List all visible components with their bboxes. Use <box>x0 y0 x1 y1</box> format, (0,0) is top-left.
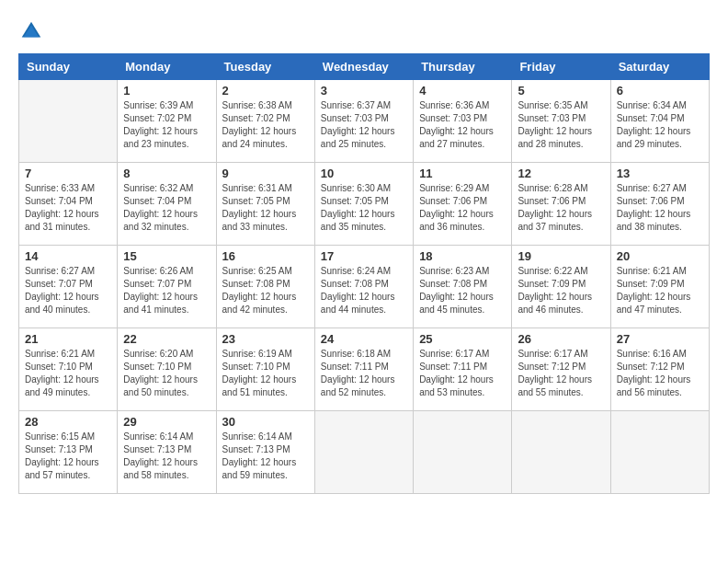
calendar-cell: 13Sunrise: 6:27 AMSunset: 7:06 PMDayligh… <box>610 163 709 246</box>
day-info: Sunrise: 6:27 AMSunset: 7:06 PMDaylight:… <box>617 182 703 234</box>
day-number: 11 <box>419 167 506 180</box>
calendar-cell: 19Sunrise: 6:22 AMSunset: 7:09 PMDayligh… <box>512 246 610 328</box>
calendar-cell: 25Sunrise: 6:17 AMSunset: 7:11 PMDayligh… <box>414 328 512 411</box>
calendar-cell: 27Sunrise: 6:16 AMSunset: 7:12 PMDayligh… <box>610 328 709 411</box>
day-number: 17 <box>321 249 407 263</box>
day-number: 25 <box>419 332 506 346</box>
day-number: 1 <box>123 84 210 98</box>
day-number: 28 <box>25 415 111 429</box>
day-info: Sunrise: 6:14 AMSunset: 7:13 PMDaylight:… <box>123 431 210 482</box>
day-info: Sunrise: 6:31 AMSunset: 7:05 PMDaylight:… <box>222 182 309 234</box>
day-number: 29 <box>123 415 210 429</box>
day-info: Sunrise: 6:32 AMSunset: 7:04 PMDaylight:… <box>123 182 210 234</box>
calendar-cell: 20Sunrise: 6:21 AMSunset: 7:09 PMDayligh… <box>610 246 709 328</box>
day-number: 18 <box>419 249 506 263</box>
calendar-cell <box>512 411 610 494</box>
calendar-cell: 4Sunrise: 6:36 AMSunset: 7:03 PMDaylight… <box>414 80 512 163</box>
day-info: Sunrise: 6:22 AMSunset: 7:09 PMDaylight:… <box>518 265 604 316</box>
day-info: Sunrise: 6:23 AMSunset: 7:08 PMDaylight:… <box>419 265 506 316</box>
calendar-cell: 24Sunrise: 6:18 AMSunset: 7:11 PMDayligh… <box>314 328 413 411</box>
day-number: 10 <box>321 167 407 180</box>
calendar-cell: 2Sunrise: 6:38 AMSunset: 7:02 PMDaylight… <box>216 80 314 163</box>
day-number: 30 <box>222 415 309 429</box>
calendar-cell: 28Sunrise: 6:15 AMSunset: 7:13 PMDayligh… <box>19 411 118 494</box>
day-info: Sunrise: 6:21 AMSunset: 7:09 PMDaylight:… <box>617 265 703 316</box>
day-number: 2 <box>222 84 309 98</box>
col-header-saturday: Saturday <box>610 54 709 80</box>
day-info: Sunrise: 6:14 AMSunset: 7:13 PMDaylight:… <box>222 431 309 482</box>
day-number: 21 <box>25 332 111 346</box>
calendar-cell: 7Sunrise: 6:33 AMSunset: 7:04 PMDaylight… <box>19 163 118 246</box>
day-info: Sunrise: 6:18 AMSunset: 7:11 PMDaylight:… <box>321 348 407 399</box>
day-number: 24 <box>321 332 407 346</box>
col-header-friday: Friday <box>512 54 610 80</box>
calendar: SundayMondayTuesdayWednesdayThursdayFrid… <box>18 53 710 494</box>
logo <box>18 18 48 44</box>
col-header-sunday: Sunday <box>19 54 118 80</box>
day-number: 27 <box>617 332 703 346</box>
calendar-cell: 12Sunrise: 6:28 AMSunset: 7:06 PMDayligh… <box>512 163 610 246</box>
col-header-wednesday: Wednesday <box>314 54 413 80</box>
week-row-1: 1Sunrise: 6:39 AMSunset: 7:02 PMDaylight… <box>19 80 710 163</box>
calendar-cell: 3Sunrise: 6:37 AMSunset: 7:03 PMDaylight… <box>314 80 413 163</box>
calendar-cell <box>19 80 118 163</box>
calendar-cell: 26Sunrise: 6:17 AMSunset: 7:12 PMDayligh… <box>512 328 610 411</box>
calendar-cell <box>314 411 413 494</box>
day-info: Sunrise: 6:27 AMSunset: 7:07 PMDaylight:… <box>25 265 111 316</box>
day-info: Sunrise: 6:30 AMSunset: 7:05 PMDaylight:… <box>321 182 407 234</box>
day-info: Sunrise: 6:38 AMSunset: 7:02 PMDaylight:… <box>222 99 309 151</box>
logo-icon <box>18 18 44 44</box>
page-header <box>18 18 710 44</box>
calendar-cell: 11Sunrise: 6:29 AMSunset: 7:06 PMDayligh… <box>414 163 512 246</box>
calendar-cell <box>414 411 512 494</box>
day-info: Sunrise: 6:36 AMSunset: 7:03 PMDaylight:… <box>419 99 506 151</box>
day-info: Sunrise: 6:17 AMSunset: 7:12 PMDaylight:… <box>518 348 604 399</box>
week-row-3: 14Sunrise: 6:27 AMSunset: 7:07 PMDayligh… <box>19 246 710 328</box>
calendar-cell: 29Sunrise: 6:14 AMSunset: 7:13 PMDayligh… <box>118 411 216 494</box>
day-info: Sunrise: 6:28 AMSunset: 7:06 PMDaylight:… <box>518 182 604 234</box>
calendar-cell: 14Sunrise: 6:27 AMSunset: 7:07 PMDayligh… <box>19 246 118 328</box>
calendar-cell: 16Sunrise: 6:25 AMSunset: 7:08 PMDayligh… <box>216 246 314 328</box>
calendar-cell: 18Sunrise: 6:23 AMSunset: 7:08 PMDayligh… <box>414 246 512 328</box>
day-info: Sunrise: 6:29 AMSunset: 7:06 PMDaylight:… <box>419 182 506 234</box>
day-info: Sunrise: 6:34 AMSunset: 7:04 PMDaylight:… <box>617 99 703 151</box>
calendar-cell: 15Sunrise: 6:26 AMSunset: 7:07 PMDayligh… <box>118 246 216 328</box>
day-number: 6 <box>617 84 703 98</box>
calendar-cell: 22Sunrise: 6:20 AMSunset: 7:10 PMDayligh… <box>118 328 216 411</box>
day-number: 12 <box>518 167 604 180</box>
day-info: Sunrise: 6:15 AMSunset: 7:13 PMDaylight:… <box>25 431 111 482</box>
calendar-header-row: SundayMondayTuesdayWednesdayThursdayFrid… <box>19 54 710 80</box>
calendar-cell <box>610 411 709 494</box>
day-number: 13 <box>617 167 703 180</box>
day-number: 4 <box>419 84 506 98</box>
calendar-cell: 5Sunrise: 6:35 AMSunset: 7:03 PMDaylight… <box>512 80 610 163</box>
calendar-cell: 21Sunrise: 6:21 AMSunset: 7:10 PMDayligh… <box>19 328 118 411</box>
calendar-cell: 9Sunrise: 6:31 AMSunset: 7:05 PMDaylight… <box>216 163 314 246</box>
day-number: 19 <box>518 249 604 263</box>
day-number: 16 <box>222 249 309 263</box>
calendar-cell: 17Sunrise: 6:24 AMSunset: 7:08 PMDayligh… <box>314 246 413 328</box>
day-number: 8 <box>123 167 210 180</box>
day-number: 15 <box>123 249 210 263</box>
calendar-cell: 6Sunrise: 6:34 AMSunset: 7:04 PMDaylight… <box>610 80 709 163</box>
day-number: 7 <box>25 167 111 180</box>
calendar-cell: 23Sunrise: 6:19 AMSunset: 7:10 PMDayligh… <box>216 328 314 411</box>
col-header-tuesday: Tuesday <box>216 54 314 80</box>
day-number: 3 <box>321 84 407 98</box>
day-info: Sunrise: 6:19 AMSunset: 7:10 PMDaylight:… <box>222 348 309 399</box>
week-row-4: 21Sunrise: 6:21 AMSunset: 7:10 PMDayligh… <box>19 328 710 411</box>
day-number: 23 <box>222 332 309 346</box>
day-info: Sunrise: 6:24 AMSunset: 7:08 PMDaylight:… <box>321 265 407 316</box>
day-number: 22 <box>123 332 210 346</box>
day-number: 9 <box>222 167 309 180</box>
day-info: Sunrise: 6:33 AMSunset: 7:04 PMDaylight:… <box>25 182 111 234</box>
day-info: Sunrise: 6:35 AMSunset: 7:03 PMDaylight:… <box>518 99 604 151</box>
col-header-monday: Monday <box>118 54 216 80</box>
week-row-2: 7Sunrise: 6:33 AMSunset: 7:04 PMDaylight… <box>19 163 710 246</box>
day-info: Sunrise: 6:26 AMSunset: 7:07 PMDaylight:… <box>123 265 210 316</box>
day-info: Sunrise: 6:21 AMSunset: 7:10 PMDaylight:… <box>25 348 111 399</box>
week-row-5: 28Sunrise: 6:15 AMSunset: 7:13 PMDayligh… <box>19 411 710 494</box>
day-info: Sunrise: 6:37 AMSunset: 7:03 PMDaylight:… <box>321 99 407 151</box>
day-info: Sunrise: 6:16 AMSunset: 7:12 PMDaylight:… <box>617 348 703 399</box>
col-header-thursday: Thursday <box>414 54 512 80</box>
